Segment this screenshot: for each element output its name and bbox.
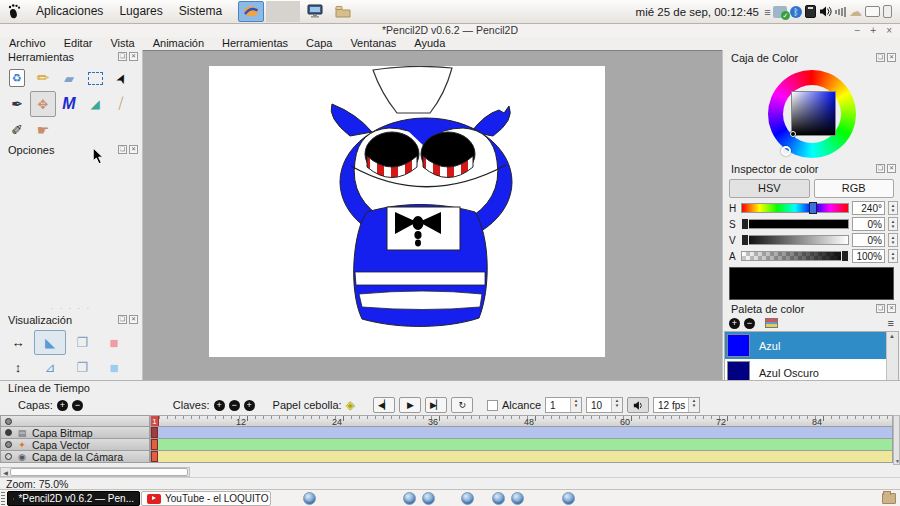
taskbar-grip[interactable] <box>1 492 5 505</box>
tray-handle-icon[interactable]: ≡ <box>765 6 770 18</box>
loop-button[interactable]: ↻ <box>451 397 473 413</box>
next-frame-button[interactable]: ▶▏ <box>425 397 447 413</box>
frames-area[interactable]: 1 12243648607284 <box>150 415 893 463</box>
add-key-button[interactable]: + <box>214 400 225 411</box>
signal-strength-icon[interactable] <box>835 6 846 17</box>
layer-visibility-dot[interactable] <box>5 441 12 448</box>
overlay-book-button[interactable]: ❐ <box>66 330 98 355</box>
float-panel-icon[interactable]: ❏ <box>876 164 885 173</box>
remove-layer-button[interactable]: − <box>72 400 83 411</box>
menu-ventanas[interactable]: Ventanas <box>341 37 405 50</box>
saturation-spinner[interactable]: ▲▼ <box>888 217 898 231</box>
saturation-value-square[interactable] <box>791 91 836 136</box>
clipboard-icon[interactable] <box>805 5 816 18</box>
saturation-value[interactable]: 0% <box>852 217 885 231</box>
overlay-book2-button[interactable]: ❐ <box>66 355 98 380</box>
brush-tool-button[interactable]: ✐ <box>4 117 30 143</box>
value-value[interactable]: 0% <box>852 233 885 247</box>
float-panel-icon[interactable]: ❏ <box>118 145 127 154</box>
dock-splitter[interactable]: · · · · · <box>0 304 142 313</box>
layer-visibility-dot[interactable] <box>5 429 12 436</box>
menu-sistema[interactable]: Sistema <box>171 0 230 24</box>
playhead[interactable]: 1 <box>151 416 159 427</box>
polyline-tool-button[interactable]: M <box>56 91 82 117</box>
folder-launcher-icon[interactable] <box>330 1 356 22</box>
prev-frame-button[interactable]: ◀▏ <box>373 397 395 413</box>
eraser-tool-button[interactable]: ▰ <box>56 65 82 91</box>
keyboard-indicator-icon[interactable] <box>865 6 880 17</box>
duplicate-key-button[interactable]: + <box>244 400 255 411</box>
network-icon[interactable]: ✓ <box>773 6 787 18</box>
taskbar-folder-icon[interactable] <box>882 493 896 504</box>
menu-animacion[interactable]: Animación <box>144 37 213 50</box>
float-panel-icon[interactable]: ❏ <box>118 52 127 61</box>
close-panel-icon[interactable]: ✕ <box>129 145 138 154</box>
keyframe[interactable] <box>151 427 158 438</box>
finger-tool-button[interactable]: ☛ <box>30 117 56 143</box>
menu-capa[interactable]: Capa <box>297 37 341 50</box>
pen-tool-button[interactable]: ✒ <box>4 91 30 117</box>
shading-mode-button[interactable]: ◣ <box>34 330 66 355</box>
weather-icon[interactable]: ☁ <box>849 4 862 19</box>
gnome-menu-icon[interactable] <box>6 3 26 20</box>
play-button[interactable]: ▶ <box>399 397 421 413</box>
tab-rgb[interactable]: RGB <box>814 179 895 198</box>
task-pencil2d[interactable]: *Pencil2D v0.6.2 — Pen... <box>7 491 140 506</box>
clear-tool-button[interactable]: ♻ <box>4 65 30 91</box>
range-end-spinbox[interactable]: 10 ▲▼ <box>586 397 623 413</box>
flip-horizontal-button[interactable]: ↔ <box>2 330 34 355</box>
timeline-vscrollbar[interactable]: ▼ <box>893 415 900 465</box>
sv-marker[interactable] <box>790 131 796 137</box>
close-panel-icon[interactable]: ✕ <box>887 304 896 313</box>
add-layer-button[interactable]: + <box>57 400 68 411</box>
color-swatch[interactable] <box>727 334 750 357</box>
globe-window-icon[interactable] <box>422 492 435 505</box>
flip-vertical-button[interactable]: ↕ <box>2 355 34 380</box>
volume-icon[interactable] <box>819 5 832 18</box>
hue-marker[interactable] <box>781 146 791 156</box>
globe-window-icon[interactable] <box>403 492 416 505</box>
float-panel-icon[interactable]: ❏ <box>876 53 885 62</box>
keyframe[interactable] <box>151 451 158 462</box>
scrollbar-thumb[interactable] <box>10 468 188 476</box>
palette-item-azul[interactable]: Azul <box>725 332 898 359</box>
hue-slider[interactable] <box>741 203 849 213</box>
monitor-launcher-icon[interactable] <box>302 1 328 22</box>
battery-icon[interactable] <box>883 5 892 18</box>
tab-hsv[interactable]: HSV <box>729 179 810 198</box>
globe-window-icon[interactable] <box>303 492 316 505</box>
move-tool-button[interactable]: ➤ <box>108 65 134 91</box>
menu-lugares[interactable]: Lugares <box>111 0 170 24</box>
value-slider[interactable] <box>741 235 849 245</box>
pencil2d-launcher[interactable] <box>238 1 264 22</box>
alpha-spinner[interactable]: ▲▼ <box>888 249 898 263</box>
remove-color-button[interactable]: − <box>744 318 755 329</box>
canvas-page[interactable] <box>209 66 605 357</box>
layer-visibility-dot[interactable] <box>5 453 12 460</box>
smudge-tool-button[interactable]: ◢ <box>82 91 108 117</box>
menu-archivo[interactable]: Archivo <box>0 37 55 50</box>
swatch-grid-icon[interactable] <box>765 318 778 328</box>
keyframe[interactable] <box>151 439 158 450</box>
onion-skin-icon[interactable]: ◈ <box>346 398 355 412</box>
onion-next-button[interactable]: ■ <box>98 355 130 380</box>
select-tool-button[interactable] <box>82 65 108 91</box>
close-panel-icon[interactable]: ✕ <box>887 53 896 62</box>
onion-prev-button[interactable]: ■ <box>98 330 130 355</box>
menu-editar[interactable]: Editar <box>55 37 102 50</box>
saturation-slider[interactable] <box>741 219 849 229</box>
remove-key-button[interactable]: − <box>229 400 240 411</box>
fps-spinbox[interactable]: 12 fps ▲▼ <box>653 397 700 413</box>
pencil-tool-button[interactable]: ✏ <box>30 65 56 91</box>
palette-menu-button[interactable]: ≡ <box>888 318 894 328</box>
timeline-hscrollbar[interactable]: ◀ <box>0 467 190 477</box>
color-wheel[interactable] <box>768 70 856 158</box>
panel-clock[interactable]: mié 25 de sep, 00:12:45 <box>636 6 765 18</box>
sound-toggle-button[interactable] <box>627 397 649 413</box>
menu-vista[interactable]: Vista <box>101 37 143 50</box>
float-panel-icon[interactable]: ❏ <box>118 315 127 324</box>
layer-row-camera[interactable]: ◉ Capa de la Cámara <box>0 450 150 463</box>
eyedropper-tool-button[interactable]: ⧸ <box>108 91 134 117</box>
hue-value[interactable]: 240° <box>852 201 885 215</box>
minimize-button[interactable]: − <box>854 24 860 37</box>
